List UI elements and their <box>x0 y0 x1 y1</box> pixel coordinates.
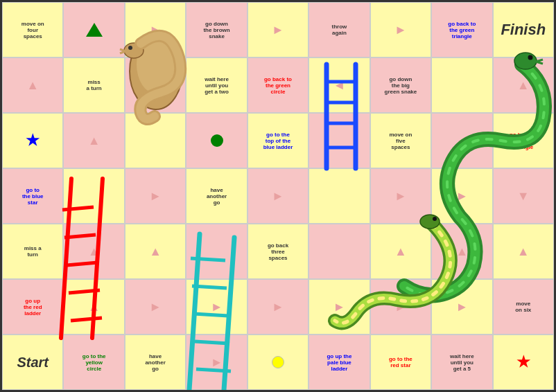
arrow-right-icon: ► <box>272 189 284 204</box>
cell-r3c2: ▲ <box>63 113 124 168</box>
cell-r4c4: haveanothergo <box>186 168 247 224</box>
cell-r2c6: ◄ <box>309 57 370 113</box>
cell-r1c1: move onfourspaces <box>2 2 63 57</box>
arrow-up-icon: ▲ <box>517 78 530 93</box>
arrow-right-icon: ► <box>455 300 468 314</box>
arrow-left-icon: ◄ <box>455 134 468 148</box>
arrow-right-icon: ► <box>394 300 407 314</box>
cell-r1c7: ► <box>370 2 431 57</box>
cell-r7c2: go to theyellowcircle <box>63 335 124 390</box>
game-board: move onfourspaces ► go downthe brownsnak… <box>0 0 556 392</box>
cell-r6c5: ► <box>247 279 309 335</box>
cell-r6c9: moveon six <box>493 279 554 335</box>
yellow-dot-icon <box>272 356 284 368</box>
red-star-icon: ★ <box>516 353 530 371</box>
cell-r3c4 <box>186 113 247 168</box>
arrow-up-icon: ▲ <box>88 134 101 148</box>
arrow-up-icon: ▲ <box>26 78 39 93</box>
cell-r1c5: ► <box>247 2 309 57</box>
cell-r4c6-snake <box>309 168 370 224</box>
arrow-right-icon: ► <box>394 189 407 204</box>
cell-r5c5: go backthreespaces <box>247 224 309 279</box>
cell-r4c9: ▼ <box>493 168 554 224</box>
cell-r7c8: wait hereuntil youget a 5 <box>431 335 492 390</box>
arrow-up-icon: ▲ <box>455 244 468 259</box>
cell-r3c8: ◄ <box>431 113 492 168</box>
cell-r1c9-finish: Finish <box>493 2 554 57</box>
cell-r3c1: ★ <box>2 113 63 168</box>
cell-r4c5: ► <box>247 168 309 224</box>
arrow-up-icon: ▲ <box>394 244 407 259</box>
arrow-left-icon: ◄ <box>333 78 346 93</box>
cell-r7c3: haveanothergo <box>125 335 186 390</box>
arrow-right-icon: ► <box>333 300 346 314</box>
cell-r2c1: ▲ <box>2 57 63 113</box>
cell-r7c1-start: Start <box>2 335 63 390</box>
cell-r2c9: ▲ <box>493 57 554 113</box>
green-triangle-icon <box>86 23 103 37</box>
finish-label: Finish <box>501 21 546 39</box>
cell-r2c2: missa turn <box>63 57 124 113</box>
arrow-right-icon: ► <box>211 355 223 370</box>
cell-r3c9: go back tothe yellowtriangle <box>493 113 554 168</box>
cell-r4c8: ► <box>431 168 492 224</box>
cell-r5c3: ▲ <box>125 224 186 279</box>
arrow-right-icon: ► <box>272 300 284 314</box>
cell-r5c4-cyan-ladder <box>186 224 247 279</box>
cell-r3c5: go to thetop of theblue ladder <box>247 113 309 168</box>
cell-r2c5: go back tothe greencircle <box>247 57 309 113</box>
cell-r2c7: go downthe biggreen snake <box>370 57 431 113</box>
arrow-up-icon: ▲ <box>149 244 162 259</box>
cell-r5c8: ▲ <box>431 224 492 279</box>
cell-r7c6: go up thepale blueladder <box>309 335 370 390</box>
cell-r4c1: go tothe bluestar <box>2 168 63 224</box>
cell-r6c2: ▲ <box>63 279 124 335</box>
cell-r6c7: ► <box>370 279 431 335</box>
arrow-right-icon: ► <box>149 300 162 314</box>
arrow-up-icon: ▲ <box>88 300 101 314</box>
arrow-down-icon: ▼ <box>517 189 530 204</box>
cell-r2c3-snake <box>125 57 186 113</box>
cell-r7c4: ► <box>186 335 247 390</box>
cell-r7c7: go to thered star <box>370 335 431 390</box>
cell-r1c8: go back tothe greentriangle <box>431 2 492 57</box>
cell-r7c9: ★ <box>493 335 554 390</box>
arrow-right-icon: ► <box>272 23 284 37</box>
cell-r6c4: ► <box>186 279 247 335</box>
arrow-right-icon: ► <box>211 300 223 314</box>
cell-r5c7: ▲ <box>370 224 431 279</box>
cell-r2c4: wait hereuntil youget a two <box>186 57 247 113</box>
arrow-right-icon: ► <box>394 23 407 37</box>
cell-r6c6: ► <box>309 279 370 335</box>
cell-r3c6-blue-ladder <box>309 113 370 168</box>
cell-r5c9: ▲ <box>493 224 554 279</box>
cell-r5c6-yellow-snake <box>309 224 370 279</box>
green-dot-icon <box>211 134 223 147</box>
cell-r5c1: miss aturn <box>2 224 63 279</box>
cell-r1c4: go downthe brownsnake <box>186 2 247 57</box>
arrow-right-icon: ► <box>455 189 468 204</box>
arrow-right-icon: ► <box>149 23 162 37</box>
cell-r4c7: ► <box>370 168 431 224</box>
cell-r4c2-red-ladder <box>63 168 124 224</box>
cell-r1c6: throwagain <box>309 2 370 57</box>
cell-r3c3-ladder <box>125 113 186 168</box>
cell-r4c3: ► <box>125 168 186 224</box>
start-label: Start <box>17 355 49 371</box>
cell-r7c5 <box>247 335 309 390</box>
cell-r5c2: ▲ <box>63 224 124 279</box>
arrow-right-icon: ► <box>149 189 162 204</box>
cell-r6c3: ► <box>125 279 186 335</box>
arrow-up-icon: ▲ <box>517 244 530 259</box>
cell-r1c2 <box>63 2 124 57</box>
cell-r6c1: go upthe redladder <box>2 279 63 335</box>
arrow-up-icon: ▲ <box>88 244 101 259</box>
cell-r1c3: ► <box>125 2 186 57</box>
cell-r6c8: ► <box>431 279 492 335</box>
cell-r3c7: move onfivespaces <box>370 113 431 168</box>
cell-r2c8-snake <box>431 57 492 113</box>
blue-star-icon: ★ <box>26 132 40 150</box>
